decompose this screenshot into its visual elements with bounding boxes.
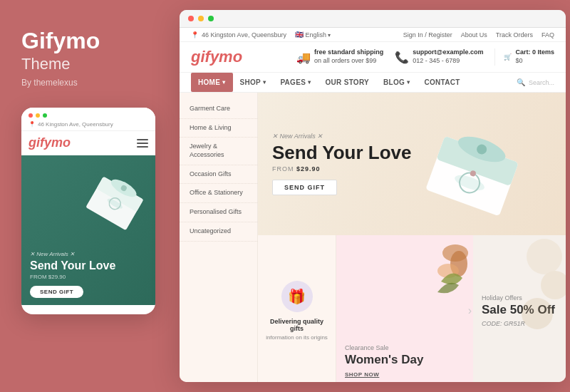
topbar-left: 📍 46 Kingston Ave, Queensbury 🇬🇧 English…: [191, 31, 331, 38]
sidebar-item-garment[interactable]: Garment Care: [180, 100, 257, 119]
hamburger-icon[interactable]: [137, 139, 148, 148]
nav-item-home[interactable]: HOME ▾: [191, 73, 233, 92]
topbar-track-link[interactable]: Track Orders: [496, 31, 533, 38]
blog-chevron-icon: ▾: [407, 79, 410, 86]
shop-chevron-icon: ▾: [263, 79, 266, 86]
search-placeholder[interactable]: Search...: [529, 79, 554, 86]
brand-title: Gifymo: [21, 29, 100, 53]
store-main: ✕ New Arrivals ✕ Send Your Love FROM $29…: [258, 93, 566, 382]
card-womens-label: Clearance Sale: [345, 344, 465, 351]
mobile-dot-red: [28, 113, 33, 118]
topbar-signin-link[interactable]: Sign In / Register: [403, 31, 452, 38]
browser-chrome: [180, 10, 566, 28]
card-womens-title: Women's Day: [345, 353, 465, 367]
store-header: 📍 46 Kingston Ave, Queensbury 🇬🇧 English…: [180, 28, 566, 93]
gift-icon: 🎁: [288, 288, 306, 305]
cart-icon: 🛒: [504, 53, 512, 61]
support-phone: 012 - 345 - 6789: [413, 57, 460, 64]
hero-from: FROM $29.90: [272, 165, 412, 172]
topbar-right: Sign In / Register About Us Track Orders…: [403, 31, 554, 38]
mobile-send-gift-button[interactable]: SEND GIFT: [30, 286, 83, 298]
browser-mockup: 📍 46 Kingston Ave, Queensbury 🇬🇧 English…: [180, 10, 566, 382]
store-logo[interactable]: gifymo: [191, 48, 242, 66]
svg-point-16: [527, 239, 562, 274]
truck-icon: 🚚: [296, 51, 311, 64]
flag-icon: 🇬🇧: [295, 31, 304, 38]
card-deliver-sub: information on its origins: [266, 334, 328, 341]
mobile-hero: ✕ New Arrivals ✕ Send Your Love FROM $29…: [21, 155, 155, 305]
store-content: Garment Care Home & Living Jewelry & Acc…: [180, 93, 566, 382]
topbar-about-link[interactable]: About Us: [461, 31, 487, 38]
browser-dot-red: [188, 16, 194, 21]
pages-chevron-icon: ▾: [308, 79, 311, 86]
sidebar-item-occasion[interactable]: Occasion Gifts: [180, 165, 257, 185]
send-gift-button[interactable]: SEND GIFT: [272, 180, 337, 195]
home-chevron-icon: ▾: [222, 79, 225, 86]
support-feature: 📞 support@example.com 012 - 345 - 6789: [395, 48, 483, 65]
jewelry-box-mobile-icon: [76, 155, 155, 242]
nav-item-blog[interactable]: BLOG ▾: [376, 73, 417, 92]
shop-now-button[interactable]: SHOP NOW: [345, 371, 379, 378]
pin-icon: 📍: [28, 121, 36, 128]
browser-dot-green: [208, 16, 214, 21]
hero-title: Send Your Love: [272, 143, 412, 163]
svg-point-18: [522, 298, 553, 329]
nav-item-our-story[interactable]: OUR STORY: [318, 73, 376, 92]
sidebar-item-jewelry[interactable]: Jewelry & Accessories: [180, 138, 257, 165]
sidebar-item-office[interactable]: Office & Stationery: [180, 184, 257, 203]
card-deliver: 🎁 Delivering quality gifts information o…: [258, 235, 336, 382]
mobile-logo-row: gifymo: [21, 131, 155, 155]
sidebar-item-personalised[interactable]: Personalised Gifts: [180, 203, 257, 222]
store-sidebar: Garment Care Home & Living Jewelry & Acc…: [180, 93, 258, 382]
store-mainbar: gifymo 🚚 free standard shipping on all o…: [180, 42, 566, 73]
mobile-top-bar: 📍 46 Kingston Ave, Queensbury: [21, 108, 155, 131]
nav-item-shop[interactable]: SHOP ▾: [233, 73, 274, 92]
brand-subtitle: Theme: [21, 55, 70, 73]
bottom-cards: 🎁 Delivering quality gifts information o…: [258, 235, 566, 382]
location-icon: 📍: [191, 31, 199, 38]
cart-feature[interactable]: 🛒 Cart: 0 Items $0: [494, 48, 554, 65]
nav-search: 🔍 Search...: [517, 78, 554, 86]
topbar-faq-link[interactable]: FAQ: [542, 31, 554, 38]
shipping-feature: 🚚 free standard shipping on all orders o…: [296, 48, 383, 65]
mobile-dot-green: [43, 113, 47, 118]
sidebar-item-home-living[interactable]: Home & Living: [180, 119, 257, 138]
language-selector[interactable]: 🇬🇧 English ▾: [295, 31, 331, 38]
mobile-window-controls: [28, 113, 148, 118]
womens-day-decoration: [420, 239, 470, 303]
mobile-mockup: 📍 46 Kingston Ave, Queensbury gifymo ✕ N…: [21, 108, 155, 314]
cart-price: $0: [515, 57, 522, 64]
holiday-decoration: [519, 235, 566, 335]
mobile-hero-from: FROM $29.90: [30, 274, 147, 280]
store-features: 🚚 free standard shipping on all orders o…: [296, 48, 554, 65]
nav-item-contact[interactable]: CONTACT: [417, 73, 467, 92]
phone-icon: 📞: [395, 51, 409, 64]
svg-point-17: [541, 271, 566, 299]
card-holiday: Holiday Offers Sale 50% Off CODE: GR51R: [473, 235, 566, 382]
card-womens-day: Clearance Sale Women's Day SHOP NOW ›: [336, 235, 473, 382]
womens-next-arrow[interactable]: ›: [468, 304, 472, 317]
mobile-hero-title: Send Your Love: [30, 259, 147, 272]
store-topbar: 📍 46 Kingston Ave, Queensbury 🇬🇧 English…: [180, 28, 566, 42]
nav-item-pages[interactable]: PAGES ▾: [273, 73, 318, 92]
cart-items: Cart: 0 Items: [515, 48, 554, 57]
mobile-hero-badge: ✕ New Arrivals ✕: [30, 251, 147, 257]
store-nav: HOME ▾ SHOP ▾ PAGES ▾ OUR STORY BLOG ▾ C…: [180, 73, 566, 93]
topbar-address: 46 Kingston Ave, Queensbury: [202, 31, 286, 38]
mobile-logo: gifymo: [28, 135, 71, 150]
mobile-dot-yellow: [36, 113, 40, 118]
hero-content: ✕ New Arrivals ✕ Send Your Love FROM $29…: [258, 118, 426, 210]
hero-jewelry-icon: [423, 107, 537, 221]
left-panel: Gifymo Theme By themelexus 📍 46 Kingston…: [0, 0, 177, 392]
shipping-sub: on all orders over $99: [314, 57, 376, 64]
hero-badge: ✕ New Arrivals ✕: [272, 133, 412, 140]
card-deliver-title: Delivering quality gifts: [265, 318, 328, 332]
mobile-address: 📍 46 Kingston Ave, Queensbury: [28, 121, 148, 128]
browser-dot-yellow: [198, 16, 204, 21]
brand-by: By themelexus: [21, 78, 78, 88]
search-icon: 🔍: [517, 78, 525, 86]
deliver-icon-circle: 🎁: [281, 281, 313, 312]
hero-banner: ✕ New Arrivals ✕ Send Your Love FROM $29…: [258, 93, 566, 235]
lang-chevron-icon: ▾: [328, 32, 331, 38]
sidebar-item-uncategorized[interactable]: Uncategorized: [180, 222, 257, 242]
